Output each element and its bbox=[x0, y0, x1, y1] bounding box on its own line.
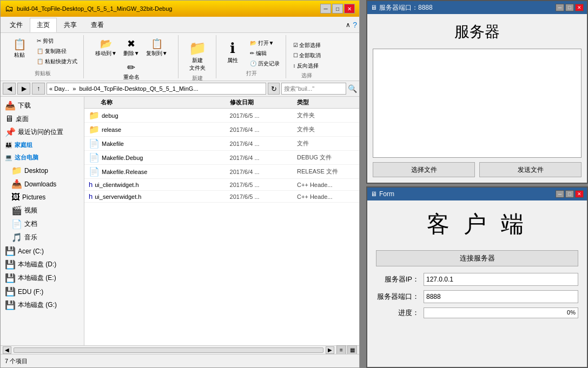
file-row-makefile-debug[interactable]: 📄 Makefile.Debug 2017/6/4 ... DEBUG 文件 bbox=[84, 151, 359, 165]
up-button[interactable]: ↑ bbox=[32, 83, 45, 95]
ribbon-collapse-icon[interactable]: ∧ bbox=[346, 21, 351, 29]
server-log-area[interactable] bbox=[373, 49, 582, 158]
select-file-button[interactable]: 选择文件 bbox=[373, 162, 475, 177]
sidebar-item-download-label: 下载 bbox=[18, 101, 31, 110]
col-name-header[interactable]: 名称 bbox=[84, 98, 230, 106]
connect-server-button[interactable]: 连接服务器 bbox=[376, 250, 578, 266]
server-ip-input[interactable] bbox=[424, 273, 578, 286]
explorer-close-button[interactable]: ✕ bbox=[344, 4, 355, 14]
new-folder-button[interactable]: 📁 新建文件夹 bbox=[183, 36, 213, 73]
explorer-minimize-button[interactable]: ─ bbox=[320, 4, 331, 14]
paste-shortcut-button[interactable]: 📋 粘贴快捷方式 bbox=[34, 57, 80, 66]
search-input[interactable] bbox=[281, 83, 346, 95]
ribbon-group-select: ☑ 全部选择 ☐ 全部取消 ↕ 反向选择 选择 bbox=[287, 35, 327, 78]
server-title-bar: 🖥 服务器端口：8888 ─ □ ✕ bbox=[367, 1, 587, 14]
server-window: 🖥 服务器端口：8888 ─ □ ✕ 服务器 选择文件 发送文件 bbox=[366, 0, 588, 184]
server-port-input[interactable] bbox=[424, 290, 578, 303]
horizontal-scrollbar[interactable] bbox=[14, 347, 323, 353]
explorer-title-text: build-04_TcpFile-Desktop_Qt_5_5_1_MinGW_… bbox=[17, 5, 317, 12]
sidebar-section-thispc[interactable]: 💻 这台电脑 bbox=[1, 151, 84, 164]
copy-to-button[interactable]: 📋 复制到▼ bbox=[143, 36, 170, 59]
server-maximize-button[interactable]: □ bbox=[565, 4, 574, 11]
history-button[interactable]: 🕐 历史记录 bbox=[247, 59, 282, 69]
move-to-button[interactable]: 📂 移动到▼ bbox=[93, 36, 120, 59]
detail-view-button[interactable]: ▦ bbox=[347, 345, 357, 355]
sidebar-item-pc-desktop[interactable]: 📁 Desktop bbox=[1, 164, 84, 177]
select-none-button[interactable]: ☐ 全部取消 bbox=[290, 51, 324, 61]
form-title-bar: 🖥 Form ─ □ ✕ bbox=[367, 188, 587, 200]
tab-file[interactable]: 文件 bbox=[3, 18, 30, 32]
copy-path-button[interactable]: 📋 复制路径 bbox=[34, 46, 80, 56]
edit-button[interactable]: ✏ 编辑 bbox=[247, 49, 282, 58]
col-date-header[interactable]: 修改日期 bbox=[230, 98, 297, 106]
col-type-header[interactable]: 类型 bbox=[297, 98, 359, 106]
pc-desktop-icon: 📁 bbox=[11, 165, 22, 176]
sidebar-item-pc-desktop-label: Desktop bbox=[24, 167, 48, 175]
ribbon-content: 📋 粘贴 ✂ 剪切 📋 复制路径 📋 粘贴快捷方式 剪贴板 📂 移 bbox=[1, 33, 359, 81]
delete-button[interactable]: ✖ 删除▼ bbox=[121, 36, 142, 59]
drive-f-icon: 💾 bbox=[5, 286, 16, 297]
form-maximize-button[interactable]: □ bbox=[565, 190, 574, 198]
sidebar-item-music[interactable]: 🎵 音乐 bbox=[1, 231, 84, 244]
sidebar-item-docs[interactable]: 📄 文档 bbox=[1, 217, 84, 231]
send-file-button[interactable]: 发送文件 bbox=[479, 162, 582, 177]
address-input[interactable] bbox=[47, 83, 266, 95]
folder-icon-debug: 📁 bbox=[89, 110, 100, 121]
scroll-left-button[interactable]: ◀ bbox=[3, 346, 11, 354]
sidebar-item-downloads[interactable]: 📥 Downloads bbox=[1, 177, 84, 191]
file-row-release[interactable]: 📁 release 2017/6/4 ... 文件夹 bbox=[84, 123, 359, 137]
invert-selection-button[interactable]: ↕ 反向选择 bbox=[290, 61, 324, 71]
server-close-button[interactable]: ✕ bbox=[575, 4, 584, 11]
sidebar-item-downloads-label: Downloads bbox=[24, 180, 56, 188]
back-button[interactable]: ◀ bbox=[3, 83, 16, 95]
server-minimize-button[interactable]: ─ bbox=[556, 4, 564, 11]
move-to-icon: 📂 bbox=[100, 38, 112, 50]
sidebar-item-pictures[interactable]: 🖼 Pictures bbox=[1, 191, 84, 204]
select-all-button[interactable]: ☑ 全部选择 bbox=[290, 41, 324, 50]
search-icon[interactable]: 🔍 bbox=[348, 84, 357, 93]
sidebar-item-video[interactable]: 🎬 视频 bbox=[1, 204, 84, 217]
form-close-button[interactable]: ✕ bbox=[575, 190, 584, 198]
sidebar-item-drive-g[interactable]: 💾 本地磁盘 (G:) bbox=[1, 298, 84, 312]
properties-button[interactable]: ℹ 属性 bbox=[221, 36, 245, 69]
open-group-label: 打开 bbox=[246, 69, 257, 77]
refresh-button[interactable]: ↻ bbox=[268, 83, 280, 95]
tab-home[interactable]: 主页 bbox=[30, 18, 57, 32]
list-view-button[interactable]: ≡ bbox=[336, 345, 346, 355]
sidebar-item-recent[interactable]: 📌 最近访问的位置 bbox=[1, 125, 84, 139]
sidebar-item-drive-e[interactable]: 💾 本地磁盘 (E:) bbox=[1, 271, 84, 285]
sidebar-item-drive-f-label: EDU (F:) bbox=[18, 288, 43, 296]
forward-button[interactable]: ▶ bbox=[17, 83, 30, 95]
sidebar-item-download[interactable]: 📥 下载 bbox=[1, 99, 84, 112]
file-row-ui-server[interactable]: h ui_serverwidget.h 2017/6/5 ... C++ Hea… bbox=[84, 191, 359, 203]
tab-share[interactable]: 共享 bbox=[57, 18, 84, 32]
file-row-makefile[interactable]: 📄 Makefile 2017/6/4 ... 文件 bbox=[84, 137, 359, 151]
rename-button[interactable]: ✏ 重命名 bbox=[121, 60, 142, 83]
explorer-maximize-button[interactable]: □ bbox=[332, 4, 343, 14]
paste-button[interactable]: 📋 粘贴 bbox=[6, 36, 33, 66]
file-row-debug[interactable]: 📁 debug 2017/6/5 ... 文件夹 bbox=[84, 109, 359, 123]
sidebar-section-homegroup[interactable]: 👪 家庭组 bbox=[1, 139, 84, 151]
file-date-release: 2017/6/4 ... bbox=[230, 126, 298, 133]
sidebar-item-desktop[interactable]: 🖥 桌面 bbox=[1, 112, 84, 125]
form-minimize-button[interactable]: ─ bbox=[556, 190, 564, 198]
scroll-right-button[interactable]: ▶ bbox=[326, 346, 334, 354]
file-date-ui-client: 2017/6/5 ... bbox=[230, 182, 298, 188]
explorer-title-bar: 🗂 build-04_TcpFile-Desktop_Qt_5_5_1_MinG… bbox=[1, 1, 359, 17]
sidebar-item-drive-c[interactable]: 💾 Acer (C:) bbox=[1, 244, 84, 258]
client-label: 客 户 端 bbox=[376, 205, 578, 244]
server-action-buttons: 选择文件 发送文件 bbox=[373, 162, 582, 177]
cut-button[interactable]: ✂ 剪切 bbox=[34, 36, 80, 46]
sidebar-item-drive-f[interactable]: 💾 EDU (F:) bbox=[1, 285, 84, 298]
file-row-makefile-release[interactable]: 📄 Makefile.Release 2017/6/4 ... RELEASE … bbox=[84, 165, 359, 179]
tab-view[interactable]: 查看 bbox=[84, 18, 111, 32]
sidebar-item-drive-d[interactable]: 💾 本地磁盘 (D:) bbox=[1, 258, 84, 271]
file-row-ui-client[interactable]: h ui_clientwidget.h 2017/6/5 ... C++ Hea… bbox=[84, 179, 359, 191]
downloads-folder-icon: 📥 bbox=[11, 179, 22, 189]
form-title-controls: ─ □ ✕ bbox=[556, 190, 584, 198]
open-button[interactable]: 📂 打开▼ bbox=[247, 38, 282, 48]
form-body: 客 户 端 连接服务器 服务器IP： 服务器端口： 进度： 0% bbox=[367, 200, 587, 323]
progress-value: 0% bbox=[567, 309, 576, 316]
ribbon-help-icon[interactable]: ? bbox=[353, 21, 357, 29]
horizontal-scrollbar-area: ◀ ▶ ≡ ▦ bbox=[1, 345, 359, 354]
